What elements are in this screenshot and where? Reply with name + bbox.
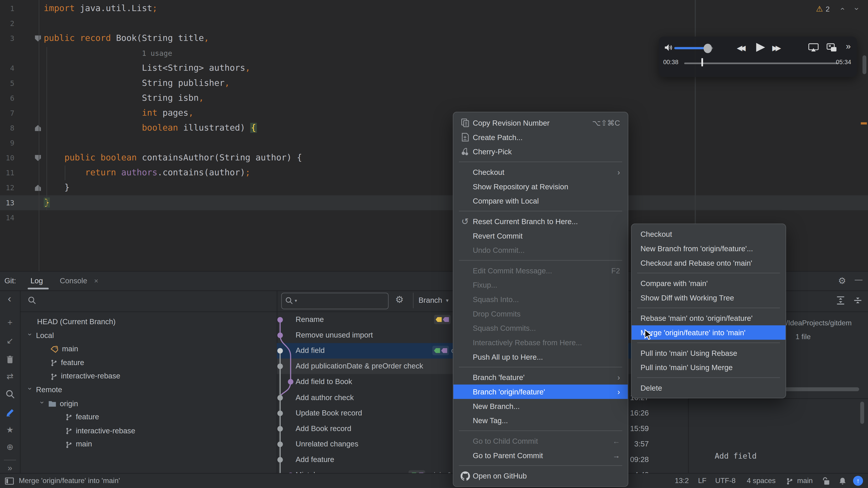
submenu-item-rebase-main-onto-origin-feature[interactable]: Rebase 'main' onto 'origin/feature' [631,311,785,325]
notifications-bell-icon[interactable] [839,477,846,485]
menu-item-show-repository-at-revision[interactable]: Show Repository at Revision [454,179,628,194]
playhead[interactable] [702,58,703,66]
fold-marker-icon[interactable] [35,35,41,41]
chevron-down-icon[interactable]: › [23,387,37,393]
tree-item-local[interactable]: ›Local [20,329,277,343]
encoding[interactable]: UTF-8 [715,477,736,485]
code-line[interactable]: 13} [0,195,868,210]
add-icon[interactable]: ＋ [0,316,20,328]
more-icon[interactable]: » [0,461,20,474]
submenu-item-new-branch-from-origin-feature[interactable]: New Branch from 'origin/feature'... [631,241,785,256]
tree-item-origin[interactable]: ›origin [20,397,277,411]
pip-icon[interactable] [827,43,837,52]
menu-item-cherry-pick[interactable]: Cherry-Pick [454,144,628,159]
menu-item-checkout[interactable]: Checkout› [454,165,628,180]
video-player-overlay[interactable]: ◀◀ ▶ ▶▶ » 00:38 05:34 [659,37,857,77]
menu-item-squash-into[interactable]: Squash Into... [454,292,628,306]
line-ending[interactable]: LF [698,477,706,485]
tree-item-interactive-rebase[interactable]: interactive-rebase [20,370,277,383]
tree-item-main[interactable]: main [20,343,277,356]
chevron-down-icon[interactable]: › [23,333,37,338]
menu-item-edit-commit-message[interactable]: Edit Commit Message...F2 [454,263,628,278]
submenu-item-show-diff-with-working-tree[interactable]: Show Diff with Working Tree [631,291,785,305]
fold-marker-icon[interactable] [35,155,41,161]
code-line[interactable]: 2 [0,16,868,31]
submenu-item-pull-into-main-using-rebase[interactable]: Pull into 'main' Using Rebase [631,346,785,360]
menu-item-branch-origin-feature[interactable]: Branch 'origin/feature'› [454,385,628,399]
menu-item-squash-commits[interactable]: Squash Commits... [454,321,628,335]
code-line[interactable]: 6 String isbn, [0,91,868,106]
arrow-down-left-icon[interactable]: ↙ [0,335,20,347]
tree-item-remote[interactable]: ›Remote [20,383,277,397]
current-branch[interactable]: main [797,477,813,485]
minimize-icon[interactable]: — [855,275,862,284]
tree-item-interactive-rebase[interactable]: interactive-rebase [20,424,277,438]
menu-item-drop-commits[interactable]: Drop Commits [454,306,628,321]
submenu-item-pull-into-main-using-merge[interactable]: Pull into 'main' Using Merge [631,360,785,375]
editor-scrollbar[interactable] [863,55,866,74]
code-line[interactable]: 10 public boolean containsAuthor(String … [0,151,868,165]
indent-setting[interactable]: 4 spaces [747,477,776,485]
menu-item-go-to-child-commit[interactable]: Go to Child Commit← [454,434,628,448]
search-icon[interactable] [0,388,20,400]
log-settings-gear-icon[interactable]: ⚙ [395,294,404,305]
target-icon[interactable]: ⊕ [0,441,20,453]
tree-item-feature[interactable]: feature [20,411,277,424]
menu-item-copy-revision-number[interactable]: Copy Revision Number⌥⇧⌘C [454,116,628,130]
speaker-icon[interactable] [664,43,673,51]
submenu-item-checkout[interactable]: Checkout [631,227,785,241]
filter-search-icon[interactable] [28,296,36,305]
code-line[interactable]: 11 return authors.contains(author); [0,165,868,180]
menu-item-create-patch[interactable]: Create Patch... [454,130,628,144]
caret-position[interactable]: 13:2 [675,477,689,485]
menu-item-interactively-rebase-from-here[interactable]: Interactively Rebase from Here... [454,335,628,350]
menu-item-fixup[interactable]: Fixup... [454,278,628,292]
code-line[interactable]: 8 boolean illustrated) { [0,121,868,135]
push-commits-icon[interactable]: ↑ [853,476,863,486]
menu-item-branch-feature[interactable]: Branch 'feature'› [454,370,628,385]
prev-warning-icon[interactable]: › [837,7,846,10]
back-icon[interactable]: ‹ [8,293,11,305]
menu-item-undo-commit[interactable]: Undo Commit... [454,243,628,257]
code-line[interactable]: 1import java.util.List; [0,1,868,16]
commit-search-input[interactable]: ▼ [281,293,389,309]
tool-windows-icon[interactable] [5,477,14,485]
inspections-widget[interactable]: ⚠ 2 › › [816,3,830,14]
menu-item-push-all-up-to-here[interactable]: Push All up to Here... [454,350,628,364]
progress-bar[interactable] [684,63,838,64]
rewind-icon[interactable]: ◀◀ [737,43,743,52]
play-icon[interactable]: ▶ [756,40,765,53]
menu-item-open-on-github[interactable]: Open on GitHub [454,468,628,483]
code-line[interactable]: 12 } [0,180,868,195]
submenu-item-delete[interactable]: Delete [631,381,785,395]
menu-item-new-tag[interactable]: New Tag... [454,413,628,428]
swap-arrows-icon[interactable]: ⇄ [0,370,20,382]
gear-icon[interactable]: ⚙ [838,275,846,286]
unlock-icon[interactable] [823,477,830,485]
chevron-down-icon[interactable]: › [35,401,49,406]
submenu-item-merge-origin-feature-into-main[interactable]: Merge 'origin/feature' into 'main' [631,325,785,340]
menu-item-compare-with-local[interactable]: Compare with Local [454,194,628,208]
tab-console[interactable]: Console [60,276,87,285]
fold-marker-icon[interactable] [35,185,41,191]
code-line[interactable]: 9 [0,135,868,151]
submenu-item-compare-with-main[interactable]: Compare with 'main' [631,276,785,291]
menu-item-reset-current-branch-to-here[interactable]: ↺Reset Current Branch to Here... [454,214,628,229]
branch-filter-dropdown[interactable]: Branch [418,296,442,304]
tree-item-feature[interactable]: feature [20,356,277,370]
code-line[interactable]: 5 String publisher, [0,76,868,91]
menu-item-go-to-parent-commit[interactable]: Go to Parent Commit→ [454,448,628,463]
code-line[interactable]: 14 [0,210,868,225]
more-chevrons-icon[interactable]: » [846,41,851,52]
delete-icon[interactable] [0,353,20,365]
vertical-scrollbar[interactable] [860,402,864,424]
close-icon[interactable]: × [94,276,98,285]
branches-tree[interactable]: HEAD (Current Branch)›Localmainfeaturein… [20,315,277,474]
tab-log[interactable]: Log [31,276,43,285]
menu-item-new-branch[interactable]: New Branch... [454,399,628,414]
collapse-all-icon[interactable] [853,296,863,305]
tree-item-head-current-branch-[interactable]: HEAD (Current Branch) [20,315,277,329]
branch-dropdown-arrow[interactable]: ▼ [445,298,450,303]
tree-item-main[interactable]: main [20,438,277,451]
fold-marker-icon[interactable] [35,125,41,131]
